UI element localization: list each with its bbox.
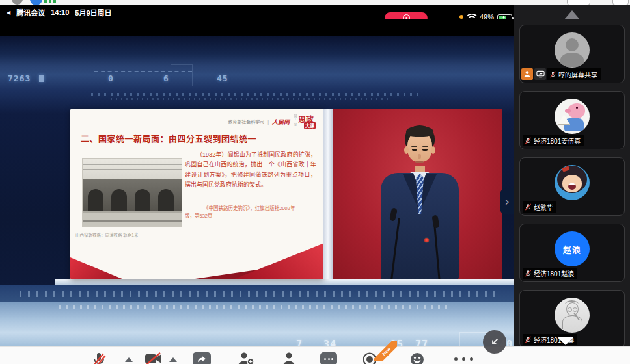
- slide-citation-line2: 版，第532页: [185, 213, 316, 220]
- avatar-line-drawing: [555, 298, 590, 333]
- chat-button[interactable]: [320, 352, 337, 364]
- stage-number: 77: [415, 339, 428, 346]
- participant-tile[interactable]: 赵浪 经济1801赵浪: [519, 224, 625, 282]
- scroll-up-arrow[interactable]: [564, 10, 580, 20]
- stage-dotted-band: [0, 285, 514, 302]
- participant-tile[interactable]: 经济1801姜伍真: [519, 91, 625, 150]
- peoples-daily-logo: 人民网: [272, 118, 290, 126]
- share-screen-button[interactable]: [193, 352, 211, 364]
- background-blue-circle-icon: [30, 0, 42, 5]
- slide-title: 二、国家统一新局面：由四分五裂到团结统一: [81, 132, 256, 144]
- avatar-silhouette: [555, 32, 590, 68]
- more-button[interactable]: [454, 358, 473, 361]
- back-to-app-icon[interactable]: ◀: [7, 10, 10, 16]
- studio-background: 7263 0 6 45 7 34 25 77 640: [0, 36, 514, 337]
- slide-photo-railway-station: [82, 158, 182, 227]
- slide-red-ribbon-left: [70, 257, 124, 280]
- stage-outline-box: [171, 64, 193, 86]
- avatar-cartoon-pig: [555, 99, 590, 134]
- camera-off-button[interactable]: [144, 352, 163, 364]
- background-grey-circle-icon: [12, 0, 23, 5]
- participant-name: 经济1801姜伍真: [534, 136, 581, 146]
- background-button-outline-2: [612, 0, 629, 5]
- slide-header: 教育部社会科学司 | 人民网 同上一堂 思政 大课: [228, 113, 318, 130]
- slide-citation-line1: ——《中国铁路历史钩沉》，红旗出版社2002年: [185, 205, 324, 213]
- arrow-down-left-icon: [489, 336, 500, 348]
- mic-muted-icon: [525, 203, 532, 211]
- slide-header-divider: |: [267, 120, 269, 124]
- stage-number: 7: [296, 339, 303, 346]
- presentation-slide: 教育部社会科学司 | 人民网 同上一堂 思政 大课 二、国家统一新局面：由四分五…: [70, 109, 324, 280]
- presenter-panel: [333, 109, 502, 280]
- screen-bezel: [323, 109, 333, 280]
- status-app-name: 腾讯会议: [16, 7, 45, 18]
- participant-name: 经济1801赵浪: [534, 268, 574, 278]
- new-badge-label: New: [374, 341, 397, 361]
- avatar-initials: 赵浪: [555, 231, 590, 266]
- invite-participant-button[interactable]: [237, 352, 254, 364]
- participants-sidebar: 哼的屏幕共享 经济1801姜伍真 赵繁华: [514, 5, 630, 364]
- mic-muted-button[interactable]: [91, 352, 107, 364]
- mic-options-caret[interactable]: [125, 358, 133, 362]
- slide-body-text: （1932年）阎锡山为了抵制国民政府的扩张，巩固自己在山西的统治，抛出一个《山西…: [185, 150, 316, 190]
- stage-light-band: 7 34 25 77 640: [0, 302, 514, 346]
- participant-tile[interactable]: 赵繁华: [519, 157, 625, 216]
- stage-number: 7263: [8, 73, 31, 83]
- participant-tile-sharer[interactable]: 哼的屏幕共享: [519, 25, 625, 83]
- stage-number: 0: [108, 73, 114, 83]
- logo-side-text: 同上一堂: [293, 114, 297, 126]
- screen-share-badge-icon: [534, 68, 546, 80]
- record-new-ribbon: New: [374, 341, 397, 361]
- sizheng-dake-logo: 同上一堂 思政 大课: [293, 113, 318, 130]
- chevron-right-icon: ›: [504, 194, 510, 209]
- slide-red-ribbon-right: [233, 243, 324, 280]
- status-time: 14:10: [51, 8, 69, 16]
- logo-sub-text: 大课: [304, 122, 316, 129]
- status-date: 5月9日周日: [75, 7, 111, 18]
- host-badge-icon: [521, 68, 533, 80]
- share-arrow-icon: [196, 355, 208, 363]
- participants-button[interactable]: [281, 352, 297, 364]
- presenter-lapel-pin: [424, 238, 429, 242]
- stage-dot-row: [91, 93, 423, 96]
- stage-number-block: [39, 75, 44, 82]
- slide-photo-caption: 山西窄轨铁路：同蒲铁路 轨距1米: [75, 231, 138, 238]
- stage-number: 45: [217, 73, 228, 83]
- mic-muted-icon: [525, 137, 532, 144]
- main-video-stage[interactable]: 7263 0 6 45 7 34 25 77 640: [0, 20, 514, 346]
- background-green-grid-icon: [44, 0, 56, 3]
- reactions-button[interactable]: [409, 352, 425, 364]
- mic-muted-icon: [549, 71, 556, 78]
- camera-options-caret[interactable]: [169, 358, 177, 362]
- mic-muted-icon: [525, 270, 532, 277]
- screen-bottom-frame: [55, 280, 514, 285]
- background-button-outline: [567, 0, 590, 5]
- slide-dept-label: 教育部社会科学司: [228, 118, 264, 125]
- avatar-anime-girl: [555, 165, 590, 200]
- mic-in-use-dot: [459, 15, 463, 19]
- participant-name: 哼的屏幕共享: [558, 70, 597, 79]
- expand-panel-tab[interactable]: ›: [500, 188, 514, 214]
- stage-number: 34: [323, 339, 336, 346]
- meeting-toolbar: [0, 346, 630, 364]
- collapse-video-button[interactable]: [483, 330, 506, 354]
- mic-muted-icon: [525, 336, 532, 343]
- tencent-meeting-screen: ◀ 腾讯会议 14:10 5月9日周日 49% 7263 0 6 45: [0, 0, 630, 364]
- stage-number: 6: [163, 73, 169, 83]
- stage-dot-row-2: [111, 98, 390, 100]
- scroll-down-arrow[interactable]: [557, 337, 574, 345]
- background-window-sliver: [0, 0, 630, 5]
- participant-name: 赵繁华: [534, 202, 553, 212]
